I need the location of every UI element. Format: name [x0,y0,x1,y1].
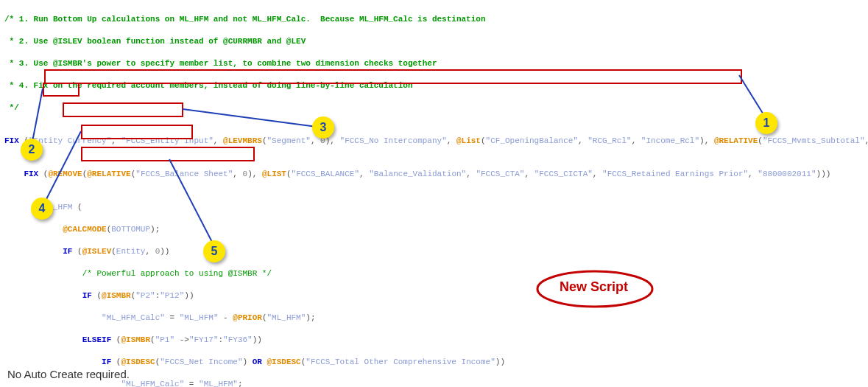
elseif-keyword: ELSEIF [82,335,112,344]
if-keyword: IF [82,291,92,300]
fix-keyword: FIX [24,170,38,178]
footer-note: No Auto Create required. [7,369,130,380]
new-script-badge: New Script [560,282,628,293]
if-keyword: IF [102,358,111,366]
comment-line: */ [4,103,19,112]
comment-line: * 2. Use @ISLEV boolean function instead… [4,37,306,46]
comment-line: * 4. Fix on the required account members… [4,81,413,90]
inner-comment: /* Powerful approach to using @ISMBR */ [82,269,272,278]
calcmode: @CALCMODE [63,225,106,234]
member-name: ML_HFM [43,203,73,212]
fix-keyword: FIX [4,136,19,145]
comment-line: /* 1. Run Bottom Up calculations on ML_H… [4,15,486,24]
code-editor: /* 1. Run Bottom Up calculations on ML_H… [0,0,868,387]
if-keyword: IF [63,247,72,256]
comment-line: * 3. Use @ISMBR's power to specify membe… [4,59,437,68]
